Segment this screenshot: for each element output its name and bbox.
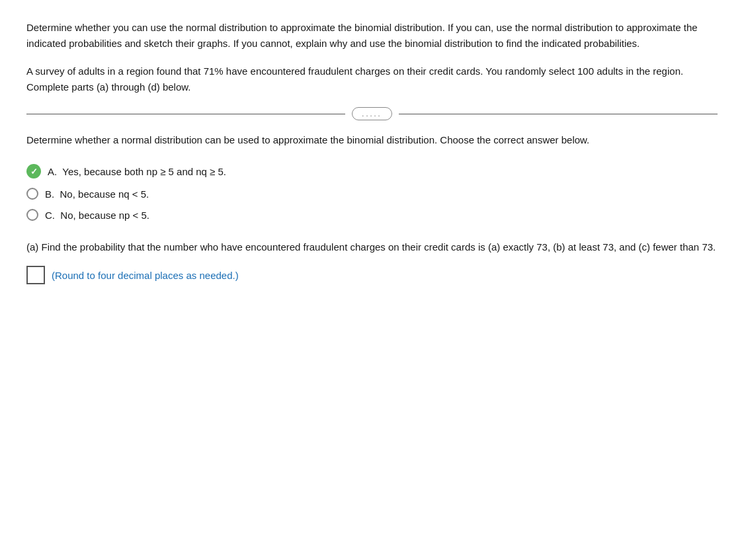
option-b-label: B. No, because nq < 5. [45, 188, 149, 200]
option-a-check-icon: ✓ [26, 164, 41, 179]
survey-paragraph: A survey of adults in a region found tha… [26, 63, 718, 95]
option-a-letter: A. [48, 166, 57, 177]
option-c-radio [26, 209, 38, 221]
divider-dots: ..... [352, 107, 392, 120]
section-divider: ..... [26, 107, 718, 120]
answer-input-box[interactable] [26, 266, 45, 284]
options-container: ✓ A. Yes, because both np ≥ 5 and nq ≥ 5… [26, 164, 718, 221]
option-c-label: C. No, because np < 5. [45, 210, 149, 221]
option-c-letter: C. [45, 210, 55, 221]
divider-line-right [399, 114, 718, 114]
divider-line-left [26, 114, 345, 114]
option-b-letter: B. [45, 188, 54, 200]
option-c[interactable]: C. No, because np < 5. [26, 209, 718, 221]
input-row: (Round to four decimal places as needed.… [26, 266, 718, 284]
option-a-text: Yes, because both np ≥ 5 and nq ≥ 5. [62, 166, 226, 177]
question-text: Determine whether a normal distribution … [26, 132, 718, 148]
option-b[interactable]: B. No, because nq < 5. [26, 188, 718, 200]
option-b-radio [26, 188, 38, 200]
option-c-text: No, because np < 5. [60, 210, 149, 221]
intro-paragraph-1: Determine whether you can use the normal… [26, 20, 718, 52]
option-a-label: A. Yes, because both np ≥ 5 and nq ≥ 5. [48, 166, 226, 177]
part-a-text: (a) Find the probability that the number… [26, 239, 718, 255]
option-b-text: No, because nq < 5. [60, 188, 149, 200]
option-a[interactable]: ✓ A. Yes, because both np ≥ 5 and nq ≥ 5… [26, 164, 718, 179]
input-hint: (Round to four decimal places as needed.… [52, 270, 239, 281]
